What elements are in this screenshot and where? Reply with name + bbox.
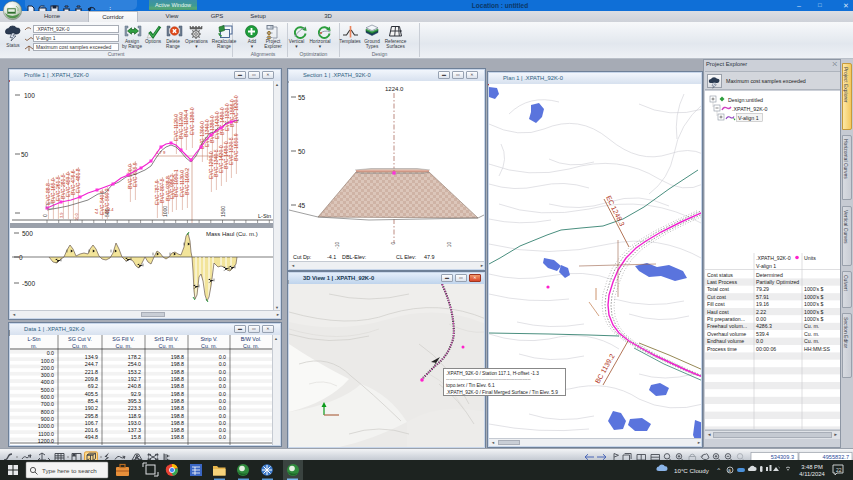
svg-text:Fill cost: Fill cost [707,301,725,307]
svg-text:0.0: 0.0 [219,383,226,389]
svg-text:0.0: 0.0 [219,420,226,426]
svg-text:0.0: 0.0 [219,376,226,382]
svg-text:L-Stn: L-Stn [258,213,271,219]
svg-text:Determined: Determined [756,272,783,278]
svg-text:B/W Vol.: B/W Vol. [241,336,262,342]
svg-text:1000: 1000 [162,206,168,217]
svg-text:198.8: 198.8 [171,391,184,397]
svg-text:494.8: 494.8 [85,434,98,440]
svg-text:198.8: 198.8 [171,427,184,433]
svg-text:SG Cut V.: SG Cut V. [68,336,92,342]
svg-text:Cu. m.: Cu. m. [201,343,217,349]
svg-text:100: 100 [24,92,35,99]
svg-text:0: 0 [391,242,396,245]
svg-text:0: 0 [19,254,23,261]
svg-text:79.29: 79.29 [756,286,769,292]
svg-text:EVC 481.8: EVC 481.8 [75,168,81,193]
svg-text:1000's $: 1000's $ [804,286,824,292]
svg-text:900.0: 900.0 [41,416,54,422]
svg-text:Strip V.: Strip V. [200,336,217,342]
svg-text:223.3: 223.3 [128,405,141,411]
svg-text:0.0: 0.0 [219,391,226,397]
svg-text:57.91: 57.91 [756,294,769,300]
svg-text:92.9: 92.9 [131,391,141,397]
svg-text:201.6: 201.6 [85,427,98,433]
svg-text:V-align 1: V-align 1 [738,115,759,121]
svg-text:198.8: 198.8 [171,361,184,367]
svg-text:EVC 1620.0: EVC 1620.0 [233,95,239,123]
svg-text:300.0: 300.0 [41,372,54,378]
svg-text:198.8: 198.8 [171,405,184,411]
svg-text:3:48 PM: 3:48 PM [801,464,823,470]
svg-text:0.00: 0.00 [756,316,766,322]
svg-text:Haul cost: Haul cost [707,309,729,315]
svg-text:405.5: 405.5 [85,391,98,397]
svg-text:00:00:06: 00:00:06 [756,346,776,352]
svg-text:Mass Haul (Cu. m.): Mass Haul (Cu. m.) [206,231,258,237]
svg-text:0.0: 0.0 [219,369,226,375]
svg-text:-4.1: -4.1 [327,254,336,260]
svg-text:V-align 1: V-align 1 [756,263,776,269]
svg-text:0.0: 0.0 [219,405,226,411]
svg-text:198.8: 198.8 [171,420,184,426]
svg-text:600.0: 600.0 [41,394,54,400]
svg-text:a: a [728,467,731,473]
svg-text:198.8: 198.8 [171,413,184,419]
svg-text:Design:untitled: Design:untitled [728,97,763,103]
svg-text:47.9: 47.9 [424,254,435,260]
svg-text:.XPATH_92K-0: .XPATH_92K-0 [756,255,791,261]
svg-text:Cu. m.: Cu. m. [804,331,819,337]
svg-text:Freehaul volum...: Freehaul volum... [707,323,747,329]
svg-text:2.22: 2.22 [756,309,766,315]
svg-text:198.8: 198.8 [171,383,184,389]
svg-text:4286.3: 4286.3 [756,323,772,329]
svg-text:Cu. m.: Cu. m. [804,323,819,329]
svg-text:153.2: 153.2 [128,369,141,375]
svg-text:198.8: 198.8 [171,434,184,440]
svg-text:CL Elev:: CL Elev: [396,254,416,260]
svg-text:0.0: 0.0 [756,338,763,344]
svg-text:BVC 1160.2: BVC 1160.2 [184,168,190,195]
svg-text:0.0: 0.0 [219,434,226,440]
svg-text:85.4: 85.4 [88,398,98,404]
svg-text:198.8: 198.8 [171,369,184,375]
svg-text:22: 22 [836,467,842,473]
svg-text:1100.0: 1100.0 [38,431,54,437]
svg-text:295.8: 295.8 [85,413,98,419]
svg-text:137.3: 137.3 [128,427,141,433]
svg-text:0.0: 0.0 [219,354,226,360]
svg-text:Units: Units [804,255,816,261]
svg-text:SG Fill V.: SG Fill V. [112,336,134,342]
svg-text:Cut cost: Cut cost [707,294,727,300]
svg-text:55: 55 [298,94,306,101]
svg-text:500: 500 [104,208,110,217]
svg-text:200.0: 200.0 [41,365,54,371]
svg-text:Endhaul volume: Endhaul volume [707,338,744,344]
svg-text:400.0: 400.0 [41,379,54,385]
svg-text:L-Stn: L-Stn [28,336,41,342]
svg-text:EVC 1280.0: EVC 1280.0 [189,107,195,135]
svg-text:Last Process: Last Process [707,279,737,285]
svg-text:190.2: 190.2 [85,405,98,411]
svg-text:Srf1 Fill V.: Srf1 Fill V. [154,336,178,342]
svg-text:-500: -500 [22,280,35,287]
svg-text:Cu. m.: Cu. m. [804,338,819,344]
svg-text:0.0: 0.0 [219,361,226,367]
svg-text:Total cost: Total cost [707,286,729,292]
svg-text:Process time: Process time [707,346,737,352]
svg-text:198.8: 198.8 [171,354,184,360]
svg-text:Cut Dp:: Cut Dp: [293,254,311,260]
svg-text:10°C Cloudy: 10°C Cloudy [674,467,710,474]
svg-text:DBL-Elev:: DBL-Elev: [342,254,366,260]
svg-text:0: 0 [42,214,48,217]
svg-text:19.16: 19.16 [756,301,769,307]
svg-text:800.0: 800.0 [41,409,54,415]
svg-text:1000's $: 1000's $ [804,294,824,300]
svg-text:0.0: 0.0 [219,398,226,404]
svg-text:Partially Optimized: Partially Optimized [756,279,799,285]
svg-text:1000's $: 1000's $ [804,309,824,315]
svg-text:500.0: 500.0 [41,387,54,393]
svg-text:1224.0: 1224.0 [385,86,404,92]
svg-text:45: 45 [298,202,306,209]
svg-text:198.8: 198.8 [171,376,184,382]
